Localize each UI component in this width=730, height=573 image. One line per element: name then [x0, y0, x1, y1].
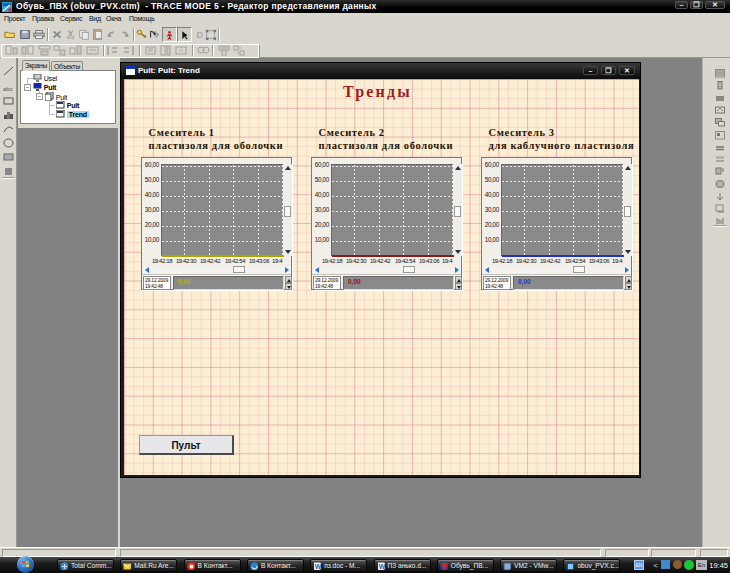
svg-text:?: ? [155, 32, 159, 39]
svg-text:W: W [378, 563, 384, 570]
svg-text:W: W [315, 563, 321, 570]
svg-text:D: D [197, 29, 204, 40]
